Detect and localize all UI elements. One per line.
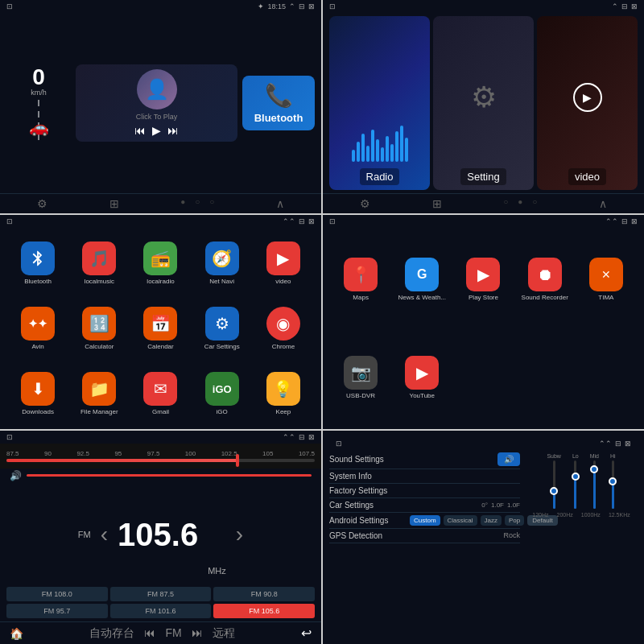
status-time: 18:15 (267, 2, 286, 10)
settings-nav-2[interactable]: ⚙ (360, 197, 370, 210)
app-playstore[interactable]: ▶ Play Store (455, 233, 511, 326)
setting-factory[interactable]: Factory Settings (329, 484, 520, 498)
app-localradio[interactable]: 📻 localradio (132, 233, 188, 293)
sound-btn[interactable]: 🔊 (497, 452, 520, 466)
app-video[interactable]: ▶ video (255, 233, 312, 293)
app-igo[interactable]: iGO iGO (194, 364, 250, 424)
status-bar-1: ⊡ ✦ 18:15 ⌃ ⊟ ⊠ (0, 0, 321, 13)
app-bluetooth[interactable]: Bluetooth (10, 233, 66, 293)
app-calendar[interactable]: 📅 Calendar (132, 298, 188, 358)
setting-sound[interactable]: Sound Settings 🔊 (329, 450, 520, 469)
status-icons: ✦ 18:15 ⌃ ⊟ ⊠ (258, 2, 315, 10)
youtube-icon: ▶ (405, 356, 439, 390)
freq-fill (6, 459, 237, 462)
status-bar-3: ⊡ ⌃⌃ ⊟ ⊠ (0, 215, 321, 228)
freq-track[interactable] (6, 459, 315, 462)
eq-lo: Lo (572, 453, 579, 509)
volume-bar[interactable] (27, 474, 312, 477)
prev-icon[interactable]: ⏮ (134, 124, 146, 137)
settings-nav-icon[interactable]: ⚙ (37, 197, 47, 210)
app-carsettings[interactable]: ⚙ Car Settings (194, 298, 250, 358)
calculator-icon: 🔢 (82, 307, 116, 341)
video-card[interactable]: ▶ video (537, 16, 638, 190)
localradio-icon: 📻 (143, 242, 177, 275)
panel-apps-1: ⊡ ⌃⌃ ⊟ ⊠ Bluetooth 🎵 localmusic 📻 localr… (0, 215, 321, 428)
settings-menu: Sound Settings 🔊 System Info Factory Set… (329, 450, 520, 638)
app-youtube[interactable]: ▶ YouTube (394, 331, 450, 424)
chevron-up-2: ⌃ (612, 2, 618, 10)
fm-next-btn[interactable]: ⏭ (192, 626, 203, 641)
fm-prev-btn[interactable]: ⏮ (144, 626, 155, 641)
radio-wave (329, 125, 430, 165)
app-recorder[interactable]: ⏺ Sound Recorder (517, 233, 573, 326)
map-nav-icon[interactable]: ∧ (276, 197, 284, 210)
downloads-icon: ⬇ (21, 372, 55, 406)
preset-3[interactable]: FM 90.8 (213, 587, 315, 601)
preset-6[interactable]: FM 105.6 (213, 604, 315, 618)
apps-nav-icon[interactable]: ⊞ (109, 197, 119, 210)
app-grid-2: 📍 Maps G News & Weath... ▶ Play Store ⏺ … (323, 228, 644, 428)
app-downloads[interactable]: ⬇ Downloads (10, 364, 66, 424)
eq-hi: Hi (610, 453, 616, 509)
app-netnavi[interactable]: 🧭 Net Navi (194, 233, 250, 293)
app-avin[interactable]: ✦✦ Avin (10, 298, 66, 358)
fm-remote-label: 远程 (213, 626, 235, 641)
app-chrome[interactable]: ◉ Chrome (255, 298, 312, 358)
app-grid-1: Bluetooth 🎵 localmusic 📻 localradio 🧭 Ne… (0, 228, 321, 428)
app-news[interactable]: G News & Weath... (394, 233, 450, 326)
status-icons-3: ⌃⌃ ⊟ ⊠ (283, 217, 315, 225)
speed-unit: km/h (31, 89, 47, 97)
preset-jazz[interactable]: Jazz (481, 515, 502, 526)
eq-subw-track[interactable] (553, 460, 555, 509)
bluetooth-widget[interactable]: 📞 Bluetooth (242, 76, 315, 130)
home-icon[interactable]: 🏠 (10, 627, 23, 640)
app-localmusic[interactable]: 🎵 localmusic (71, 233, 127, 293)
eq-mid: Mid (590, 453, 599, 509)
setting-card[interactable]: ⚙ Setting (433, 16, 534, 190)
apps-nav-2[interactable]: ⊞ (432, 197, 442, 210)
preset-custom[interactable]: Custom (410, 515, 440, 526)
video-label: video (568, 168, 606, 185)
app-gmail[interactable]: ✉ Gmail (132, 364, 188, 424)
fm-label-auto: 自动存台 (89, 626, 134, 641)
radio-card[interactable]: Radio (329, 16, 430, 190)
eq-mid-track[interactable] (593, 460, 596, 509)
prev-freq-btn[interactable]: ‹ (101, 522, 108, 547)
preset-1[interactable]: FM 108.0 (6, 587, 108, 601)
back-2: ⊠ (631, 2, 638, 10)
preset-4[interactable]: FM 95.7 (6, 604, 108, 618)
setting-android[interactable]: Android Settings Custom Classical Jazz P… (329, 513, 520, 529)
preset-pop[interactable]: Pop (505, 515, 524, 526)
preset-classical[interactable]: Classical (444, 515, 477, 526)
app-keep[interactable]: 💡 Keep (255, 364, 312, 424)
app-calculator[interactable]: 🔢 Calculator (71, 298, 127, 358)
eq-hi-track[interactable] (612, 460, 614, 509)
play-icon[interactable]: ▶ (152, 124, 161, 137)
preset-2[interactable]: FM 87.5 (110, 587, 212, 601)
fm-unit: MHz (208, 566, 226, 576)
media-avatar: 👤 (137, 69, 177, 109)
app-tima[interactable]: ✕ TIMA (578, 233, 634, 326)
map-nav-2[interactable]: ∧ (599, 197, 607, 210)
status-bar-4: ⊡ ⌃⌃ ⊟ ⊠ (323, 215, 644, 228)
media-widget[interactable]: 👤 Click To Play ⏮ ▶ ⏭ (76, 64, 237, 142)
calendar-label: Calendar (147, 343, 173, 350)
freq-scale: 87.5 90 92.5 95 97.5 100 102.5 105 107.5 (6, 450, 315, 457)
localmusic-icon: 🎵 (82, 242, 116, 275)
app-filemanager[interactable]: 📁 File Manager (71, 364, 127, 424)
next-freq-btn[interactable]: › (236, 522, 243, 547)
avin-label: Avin (31, 343, 43, 350)
next-icon[interactable]: ⏭ (167, 124, 179, 137)
calendar-icon: 📅 (143, 307, 177, 341)
setting-gps[interactable]: GPS Detection Rock (329, 529, 520, 543)
preset-5[interactable]: FM 101.6 (110, 604, 212, 618)
app-maps[interactable]: 📍 Maps (332, 233, 389, 326)
setting-car[interactable]: Car Settings 0° 1.0F 1.0F (329, 498, 520, 513)
app-usbdvr[interactable]: 📷 USB-DVR (332, 331, 389, 424)
dvr-label: USB-DVR (346, 392, 375, 399)
netnavi-label: Net Navi (209, 278, 234, 285)
setting-sysinfo[interactable]: System Info (329, 469, 520, 484)
eq-lo-track[interactable] (574, 460, 576, 509)
gear-container: ⚙ (471, 30, 497, 165)
fm-back-icon[interactable]: ↩ (301, 625, 312, 641)
